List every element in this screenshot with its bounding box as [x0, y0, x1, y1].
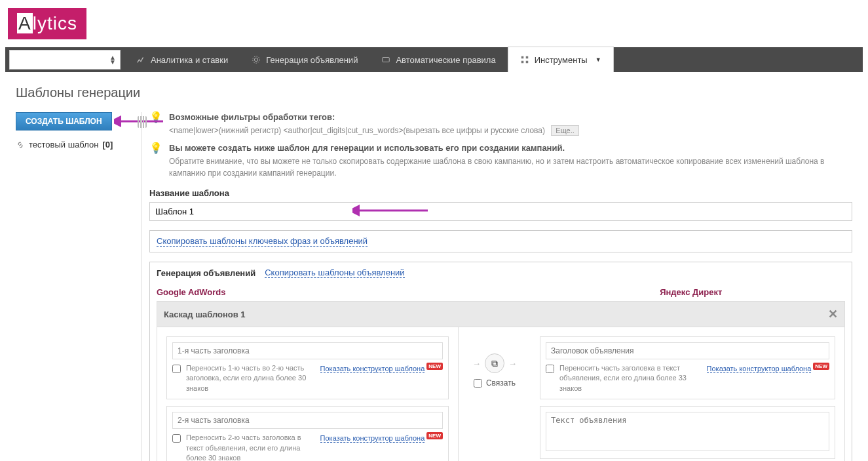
- filters-hint: 💡 Возможные фильтры обработки тегов: <na…: [149, 112, 852, 136]
- arrow-right-icon: →: [508, 359, 517, 369]
- svg-rect-3: [521, 56, 523, 59]
- cascade-header: Каскад шаблонов 1 ✕: [157, 301, 845, 327]
- yandex-h-wrap-label: Переносить часть заголовка в текст объяв…: [559, 363, 702, 393]
- copy-link-button[interactable]: ⧉: [485, 353, 504, 373]
- filters-hint-title: Возможные фильтры обработки тегов:: [169, 112, 579, 122]
- svg-rect-4: [525, 56, 528, 59]
- google-h2-wrap-checkbox[interactable]: [172, 434, 181, 443]
- arrow-right-icon: →: [472, 359, 481, 369]
- create-template-button[interactable]: СОЗДАТЬ ШАБЛОН: [16, 112, 112, 130]
- yandex-headline-box: Переносить часть заголовка в текст объяв…: [540, 336, 835, 399]
- gear-icon: [252, 55, 261, 64]
- yandex-headline-input[interactable]: [546, 342, 829, 359]
- cascade-title: Каскад шаблонов 1: [164, 310, 246, 319]
- svg-point-0: [255, 58, 258, 61]
- main-content: 💡 Возможные фильтры обработки тегов: <na…: [149, 112, 852, 461]
- annotation-arrow-icon: [352, 205, 431, 216]
- nav-analytics[interactable]: Аналитика и ставки: [124, 47, 240, 72]
- nav-rules-label: Автоматические правила: [396, 55, 495, 65]
- create-hint: 💡 Вы можете создать ниже шаблон для гене…: [149, 143, 852, 179]
- show-constructor-link[interactable]: Показать конструктор шаблонаNEW: [320, 433, 443, 443]
- nav-rules[interactable]: Автоматические правила: [369, 47, 507, 72]
- google-headline2-box: Переносить 2-ю часть заголовка в текст о…: [166, 406, 449, 461]
- grid-icon: [520, 55, 529, 64]
- show-constructor-link[interactable]: Показать конструктор шаблонаNEW: [707, 363, 829, 373]
- lightbulb-icon: 💡: [149, 143, 162, 179]
- link-column: → ⧉ → Связать: [459, 327, 531, 461]
- copy-keywords-panel: Скопировать шаблоны ключевых фраз и объя…: [149, 230, 852, 252]
- sidebar: СОЗДАТЬ ШАБЛОН тестовый шаблон [0]: [16, 112, 138, 461]
- link-checkbox[interactable]: [474, 379, 482, 388]
- sidebar-item-count: [0]: [102, 140, 113, 150]
- link-icon: [16, 140, 25, 150]
- account-selector[interactable]: ▲▼: [9, 50, 121, 70]
- nav-generation[interactable]: Генерация объявлений: [240, 47, 369, 72]
- svg-rect-5: [521, 61, 523, 64]
- yandex-column-header: Яндекс Директ: [537, 283, 846, 301]
- nav-tools[interactable]: Инструменты ▼: [508, 47, 614, 72]
- google-headline2-input[interactable]: [172, 412, 443, 429]
- yandex-h-wrap-checkbox[interactable]: [546, 365, 554, 373]
- svg-rect-6: [525, 61, 528, 64]
- yandex-column: Переносить часть заголовка в текст объяв…: [531, 327, 844, 461]
- sidebar-divider: [138, 112, 149, 461]
- nav-analytics-label: Аналитика и ставки: [151, 55, 228, 65]
- updown-icon: ▲▼: [109, 55, 116, 64]
- show-constructor-link[interactable]: Показать конструктор шаблонаNEW: [320, 363, 443, 373]
- page-title: Шаблоны генерации: [16, 85, 852, 100]
- google-h1-wrap-label: Переносить 1-ю часть во 2-ю часть заголо…: [186, 363, 315, 393]
- drag-grip-icon[interactable]: [138, 116, 147, 128]
- template-name-label: Название шаблона: [149, 188, 852, 198]
- chevron-down-icon: ▼: [595, 56, 601, 63]
- template-name-input[interactable]: [149, 202, 852, 221]
- svg-rect-2: [383, 58, 390, 62]
- new-badge: NEW: [813, 363, 829, 370]
- google-headline1-box: Переносить 1-ю часть во 2-ю часть заголо…: [166, 336, 449, 399]
- close-icon[interactable]: ✕: [828, 307, 838, 321]
- generation-panel: Генерация объявлений Скопировать шаблоны…: [149, 262, 852, 461]
- google-h1-wrap-checkbox[interactable]: [172, 365, 181, 373]
- sidebar-item-label: тестовый шаблон: [29, 140, 98, 150]
- google-column: Переносить 1-ю часть во 2-ю часть заголо…: [157, 327, 459, 461]
- new-badge: NEW: [426, 432, 443, 439]
- logo-text: Alytics: [17, 13, 77, 33]
- google-h2-wrap-label: Переносить 2-ю часть заголовка в текст о…: [186, 433, 315, 461]
- create-hint-title: Вы можете создать ниже шаблон для генера…: [169, 143, 852, 153]
- nav-generation-label: Генерация объявлений: [266, 55, 358, 65]
- chart-icon: [136, 55, 145, 64]
- filters-hint-body: <name|lower>(нижний регистр) <author|cut…: [169, 125, 579, 136]
- new-badge: NEW: [426, 363, 443, 370]
- create-hint-body: Обратите внимание, что вы можете не толь…: [169, 155, 852, 179]
- copy-keywords-link[interactable]: Скопировать шаблоны ключевых фраз и объя…: [157, 236, 368, 247]
- top-navigation: ▲▼ Аналитика и ставки Генерация объявлен…: [5, 47, 863, 72]
- yandex-text-input[interactable]: [546, 412, 829, 451]
- svg-point-1: [253, 56, 260, 64]
- more-button[interactable]: Еще..: [551, 125, 579, 136]
- generation-panel-title: Генерация объявлений: [157, 268, 255, 278]
- automation-icon: [381, 55, 390, 64]
- logo[interactable]: Alytics: [8, 8, 86, 39]
- google-column-header: Google AdWords: [157, 283, 465, 301]
- google-headline1-input[interactable]: [172, 342, 443, 359]
- nav-tools-label: Инструменты: [535, 55, 588, 65]
- link-label: Связать: [486, 378, 516, 388]
- copy-ad-templates-link[interactable]: Скопировать шаблоны объявлений: [265, 268, 404, 278]
- sidebar-template-item[interactable]: тестовый шаблон [0]: [16, 140, 138, 150]
- yandex-text-box: [540, 406, 835, 459]
